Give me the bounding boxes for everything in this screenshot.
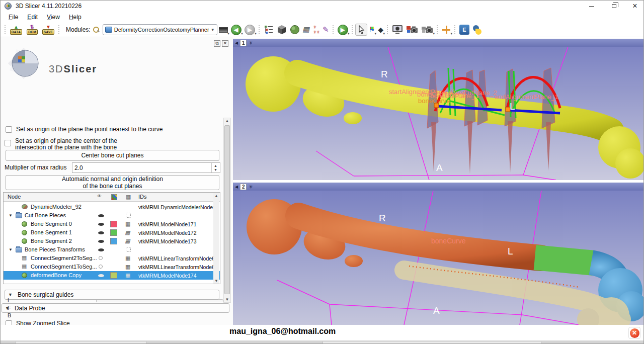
menu-file[interactable]: File: [5, 13, 22, 22]
dashed-transform-icon[interactable]: [126, 247, 131, 252]
multiplier-spinbox[interactable]: ▲▼: [72, 162, 220, 173]
toolbar-grip[interactable]: [454, 25, 456, 35]
capture-scene-view-button[interactable]: [405, 23, 419, 36]
threed-view-1[interactable]: ◀ 1 ✳: [233, 39, 644, 180]
expand-arrow-icon[interactable]: ▼: [9, 247, 13, 252]
view2-canvas[interactable]: R L A boneCurve: [233, 191, 644, 325]
color-swatch[interactable]: [110, 238, 117, 244]
scrollbar-thumb[interactable]: [224, 125, 230, 294]
table-row[interactable]: ▦ ConnectSegment2ToSeg... ▦ vtkMRMLLinea…: [4, 254, 220, 263]
scroll-up-icon[interactable]: ▲: [224, 119, 230, 123]
place-markup-button[interactable]: ⚑ ▾: [368, 23, 376, 36]
node-column-header[interactable]: Node: [8, 194, 21, 200]
markups-module-button[interactable]: ✳✳✳: [312, 23, 320, 36]
menu-edit[interactable]: Edit: [23, 13, 42, 22]
view-options-icon[interactable]: ✳: [249, 40, 253, 46]
python-console-button[interactable]: [471, 23, 483, 36]
toolbar-grip[interactable]: [332, 25, 335, 35]
table-row[interactable]: ▼ Bone Pieces Transforms: [4, 245, 220, 254]
layout-selector-button[interactable]: ▾: [218, 23, 229, 36]
subject-hierarchy-module-button[interactable]: [263, 23, 275, 36]
toolbar-grip[interactable]: [351, 25, 354, 35]
restore-scene-view-button[interactable]: ▾: [420, 23, 434, 36]
visibility-off-icon[interactable]: [99, 256, 103, 260]
undock-panel-button[interactable]: ⧉: [214, 40, 220, 47]
checkbox[interactable]: [6, 126, 12, 133]
tree-scrollbar[interactable]: ▲ ▼: [213, 193, 219, 284]
table-row-selected[interactable]: deformedBone Copy ▦ vtkMRMLModelNode174: [4, 271, 220, 280]
table-row[interactable]: Bone Segment 0 ▦ vtkMRMLModelNode171: [4, 220, 220, 228]
color-swatch[interactable]: [110, 272, 117, 279]
transform-grid-icon[interactable]: ▦: [125, 221, 130, 227]
module-history-forward-button[interactable]: ▶ ▾: [244, 23, 256, 36]
close-button[interactable]: ×: [626, 1, 643, 12]
crosshair-button[interactable]: ▾: [441, 23, 452, 36]
view1-canvas[interactable]: R L A startAlignmentPlane_0 boneCutPlane…: [233, 47, 644, 180]
table-row[interactable]: Bone Segment 2 ▦ vtkMRMLModelNode173: [4, 237, 220, 245]
toolbar-grip[interactable]: [436, 25, 439, 35]
color-column-icon[interactable]: [111, 194, 117, 200]
menu-view[interactable]: View: [43, 13, 64, 22]
dicom-button[interactable]: ⇅ DCM: [25, 23, 40, 36]
close-panel-button[interactable]: ✕: [222, 40, 228, 47]
annotations-module-button[interactable]: ✎: [321, 23, 330, 36]
color-swatch[interactable]: [110, 221, 117, 227]
scroll-up-icon[interactable]: ▲: [213, 194, 219, 198]
view2-header-bar[interactable]: ◀ 2 ✳: [233, 183, 644, 191]
transform-grid-icon[interactable]: ▦: [124, 238, 131, 244]
table-row[interactable]: ▦ ConnectSegment1ToSeg... ▦ vtkMRMLLinea…: [4, 263, 220, 271]
threed-view-2[interactable]: ◀ 2 ✳: [233, 183, 644, 325]
color-swatch[interactable]: [110, 229, 117, 236]
dashed-transform-icon[interactable]: [126, 213, 131, 218]
scroll-down-icon[interactable]: ▼: [213, 279, 219, 283]
center-bone-cut-planes-button[interactable]: Center bone cut planes: [6, 150, 219, 161]
tree-header[interactable]: Node 👁 ▦ IDs: [4, 193, 220, 202]
expand-arrow-icon[interactable]: ▼: [9, 213, 13, 218]
bone-surgical-guides-section[interactable]: ▼ Bone surgical guides: [5, 290, 219, 300]
visibility-eye-icon[interactable]: [98, 223, 104, 226]
nearest-point-checkbox-row[interactable]: Set as origin of the plane the point nea…: [6, 126, 222, 133]
module-search-icon[interactable]: [93, 26, 100, 33]
visibility-column-icon[interactable]: 👁: [97, 194, 102, 199]
table-row[interactable]: DynamicModeler_92 vtkMRMLDynamicModelerN…: [4, 203, 220, 211]
toolbar-grip[interactable]: [386, 25, 389, 35]
toolbar-grip[interactable]: [4, 25, 7, 35]
visibility-off-icon[interactable]: [99, 265, 103, 269]
maximize-button[interactable]: [605, 1, 622, 12]
transform-grid-icon[interactable]: ▦: [125, 264, 130, 270]
sequences-play-button[interactable]: ▶ ▾: [337, 23, 349, 36]
pin-icon[interactable]: ◀: [235, 185, 238, 189]
toolbar-grip[interactable]: [258, 25, 261, 35]
multiplier-input[interactable]: [74, 163, 205, 173]
transform-grid-icon[interactable]: ▦: [124, 229, 131, 236]
module-history-back-button[interactable]: ◀ ▾: [230, 23, 243, 36]
scroll-down-icon[interactable]: ▼: [224, 297, 230, 302]
table-row[interactable]: ▼ Cut Bone Pieces: [4, 211, 220, 220]
center-intersection-checkbox-row[interactable]: Set as origin of plane the center of the…: [5, 138, 221, 151]
auto-normal-origin-button[interactable]: Automatic normal and origin definition o…: [6, 175, 219, 190]
extensions-manager-button[interactable]: E: [458, 23, 470, 36]
visibility-eye-icon[interactable]: [98, 248, 104, 251]
transforms-module-button[interactable]: ▦: [302, 23, 311, 36]
models-module-button[interactable]: [276, 23, 288, 36]
view-options-icon[interactable]: ✳: [249, 184, 253, 190]
module-selector-combo[interactable]: DeformityCorrectionOsteotomyPlanner ▼: [103, 24, 217, 35]
checkbox[interactable]: [5, 140, 11, 146]
mouse-interaction-mode-button[interactable]: [355, 24, 367, 36]
table-row[interactable]: Bone Segment 1 ▦ vtkMRMLModelNode172: [4, 228, 220, 237]
visibility-eye-icon[interactable]: [98, 214, 104, 217]
pin-icon[interactable]: ◀: [235, 41, 238, 45]
save-button[interactable]: ▼ SAVE: [41, 23, 56, 36]
menu-help[interactable]: Help: [65, 13, 86, 22]
load-data-button[interactable]: ▲ DATA: [9, 23, 24, 36]
minimize-button[interactable]: [583, 1, 600, 12]
visibility-eye-icon[interactable]: [98, 240, 104, 243]
transform-column-icon[interactable]: ▦: [126, 194, 131, 200]
visibility-eye-icon[interactable]: [98, 231, 104, 234]
toolbar-grip[interactable]: [58, 25, 60, 35]
transform-grid-icon[interactable]: ▦: [125, 272, 130, 279]
visibility-eye-icon[interactable]: [98, 274, 104, 277]
screenshot-button[interactable]: [391, 23, 404, 36]
transform-grid-icon[interactable]: ▦: [125, 255, 130, 262]
view1-header-bar[interactable]: ◀ 1 ✳: [233, 39, 644, 47]
